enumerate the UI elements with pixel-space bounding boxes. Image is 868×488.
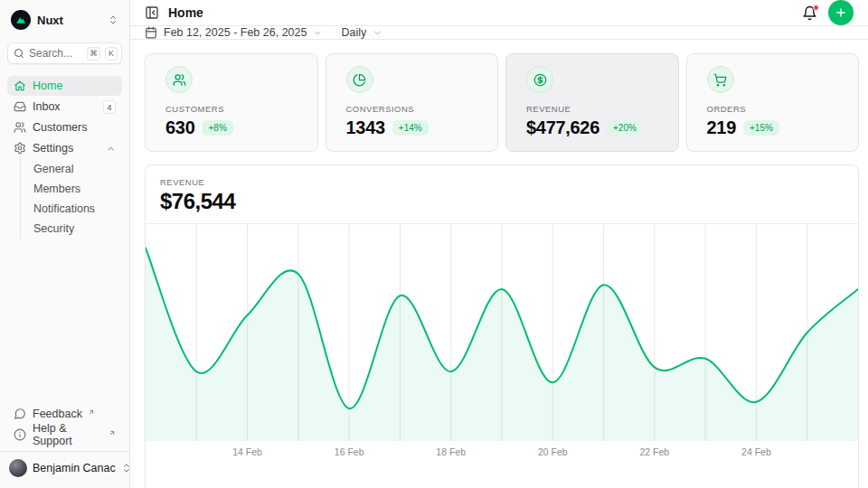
x-axis-tick: 16 Feb <box>335 446 364 457</box>
stat-value: 219 <box>707 117 736 138</box>
sidebar-item-label: Customers <box>33 121 87 134</box>
stat-value-row: 630+8% <box>165 117 305 138</box>
info-circle-icon <box>14 428 26 441</box>
users-icon <box>14 121 26 134</box>
topbar: Home <box>130 0 868 26</box>
search-icon <box>14 48 24 59</box>
user-name: Benjamin Canac <box>33 462 116 474</box>
pie-chart-icon <box>346 66 373 93</box>
inbox-icon <box>14 100 26 113</box>
sidebar-subitem-security[interactable]: Security <box>33 219 122 239</box>
x-axis-tick: 14 Feb <box>232 446 262 457</box>
sidebar-subitem-notifications[interactable]: Notifications <box>33 199 122 219</box>
interval-select[interactable]: Daily <box>341 26 382 39</box>
stat-delta-badge: +14% <box>392 120 429 136</box>
cart-icon <box>707 66 734 93</box>
gear-icon <box>14 142 26 155</box>
brand-name: Nuxt <box>37 14 63 27</box>
stat-card-revenue[interactable]: REVENUE$477,626+20% <box>505 53 679 152</box>
kbd-k: K <box>105 47 118 61</box>
x-axis-tick: 18 Feb <box>436 446 466 457</box>
main-area: Home Feb 12, 2025 - Feb 26, 2025 <box>130 0 868 488</box>
search-placeholder: Search... <box>29 47 82 60</box>
stat-delta-badge: +15% <box>743 120 779 136</box>
sidebar-item-label: Help & Support <box>33 422 103 447</box>
user-menu[interactable]: Benjamin Canac <box>0 451 129 481</box>
arrow-up-right-icon <box>108 429 116 436</box>
stat-value: 1343 <box>346 117 385 138</box>
sidebar-item-label: Settings <box>33 142 73 155</box>
home-icon <box>14 80 26 92</box>
stat-label: CUSTOMERS <box>165 104 305 114</box>
stats-row: CUSTOMERS630+8%CONVERSIONS1343+14%REVENU… <box>145 53 859 152</box>
filters-toolbar: Feb 12, 2025 - Feb 26, 2025 Daily <box>130 26 868 40</box>
chart-current-total: $76,544 <box>160 189 844 214</box>
date-range-label: Feb 12, 2025 - Feb 26, 2025 <box>164 26 307 39</box>
stat-value-row: $477,626+20% <box>526 117 665 138</box>
users-icon <box>165 66 193 93</box>
notification-dot <box>813 5 819 11</box>
chart-title: REVENUE <box>160 177 844 187</box>
chevrons-up-down-icon <box>108 14 118 25</box>
stat-value-row: 1343+14% <box>346 117 486 138</box>
inbox-count-badge: 4 <box>103 100 116 114</box>
sidebar-item-settings[interactable]: Settings <box>7 138 122 158</box>
revenue-area-chart[interactable] <box>146 224 858 441</box>
stat-delta-badge: +20% <box>607 120 643 136</box>
sidebar-spacer <box>7 239 122 404</box>
chevron-up-icon <box>106 144 116 154</box>
x-axis-tick: 20 Feb <box>538 446 568 457</box>
sidebar-nav: HomeInbox4CustomersSettingsGeneralMember… <box>7 76 122 239</box>
stat-value: 630 <box>165 117 194 138</box>
date-range-picker[interactable]: Feb 12, 2025 - Feb 26, 2025 <box>145 26 323 39</box>
chevron-down-icon <box>313 28 323 38</box>
stat-card-customers[interactable]: CUSTOMERS630+8% <box>145 53 318 152</box>
stat-label: CONVERSIONS <box>346 104 486 114</box>
sidebar-item-label: Inbox <box>33 100 61 113</box>
stat-label: REVENUE <box>526 104 665 114</box>
sidebar-subitem-general[interactable]: General <box>33 159 122 179</box>
chart-header: REVENUE $76,544 <box>146 165 858 224</box>
sidebar-item-customers[interactable]: Customers <box>7 117 122 137</box>
sidebar-item-feedback[interactable]: Feedback <box>7 404 122 424</box>
calendar-icon <box>145 26 157 39</box>
notifications-button[interactable] <box>802 5 817 21</box>
sidebar-footer: FeedbackHelp & Support <box>7 404 122 445</box>
app-root: Nuxt Search... ⌘ K HomeInbox4CustomersSe… <box>0 0 868 488</box>
revenue-chart-panel: REVENUE $76,544 14 Feb16 Feb18 Feb20 Feb… <box>145 164 859 488</box>
sidebar-item-home[interactable]: Home <box>7 76 122 96</box>
interval-label: Daily <box>341 26 366 39</box>
sidebar-item-label: Feedback <box>33 408 82 420</box>
sidebar-subitem-members[interactable]: Members <box>33 179 122 199</box>
panel-left-close-icon[interactable] <box>145 5 159 20</box>
page-title: Home <box>168 5 203 20</box>
avatar <box>9 459 27 477</box>
chart-x-axis: 14 Feb16 Feb18 Feb20 Feb22 Feb24 Feb <box>146 441 858 463</box>
stat-label: ORDERS <box>707 104 846 114</box>
sidebar-item-inbox[interactable]: Inbox4 <box>7 97 122 117</box>
x-axis-tick: 24 Feb <box>741 446 771 457</box>
add-button[interactable] <box>828 0 854 25</box>
chevron-down-icon <box>373 28 382 38</box>
stat-delta-badge: +8% <box>202 120 232 136</box>
sidebar: Nuxt Search... ⌘ K HomeInbox4CustomersSe… <box>0 0 130 488</box>
stat-card-orders[interactable]: ORDERS219+15% <box>686 53 860 152</box>
dashboard-content: CUSTOMERS630+8%CONVERSIONS1343+14%REVENU… <box>130 40 868 488</box>
message-bubble-icon <box>14 408 26 420</box>
arrow-up-right-icon <box>88 408 95 416</box>
settings-submenu: GeneralMembersNotificationsSecurity <box>20 159 122 239</box>
stat-value: $477,626 <box>526 117 599 138</box>
nuxt-logo-icon <box>11 10 31 30</box>
sidebar-item-label: Home <box>33 80 62 92</box>
topbar-actions <box>802 0 854 25</box>
stat-value-row: 219+15% <box>707 117 846 138</box>
dollar-circle-icon <box>526 66 553 93</box>
sidebar-item-help-support[interactable]: Help & Support <box>7 425 122 445</box>
stat-card-conversions[interactable]: CONVERSIONS1343+14% <box>326 53 499 152</box>
x-axis-tick: 22 Feb <box>639 446 669 457</box>
kbd-cmd: ⌘ <box>87 47 100 61</box>
search-input[interactable]: Search... ⌘ K <box>7 42 122 64</box>
team-switcher[interactable]: Nuxt <box>7 7 122 33</box>
